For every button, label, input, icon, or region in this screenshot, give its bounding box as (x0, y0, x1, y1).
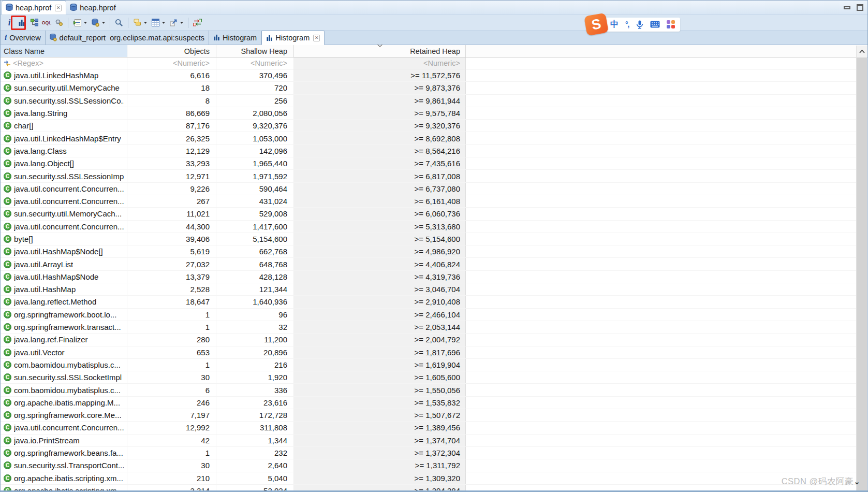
table-row[interactable]: C org.springframework.beans.fa... 1 232 … (1, 447, 856, 459)
objects-cell: 13,379 (127, 271, 216, 283)
table-row[interactable]: C sun.security.ssl.SSLSessionImpl 12,971… (1, 170, 856, 182)
export-button[interactable] (167, 17, 180, 29)
info-button[interactable]: i (3, 17, 16, 29)
class-name-text: sun.security.ssl.TransportCont... (14, 461, 124, 470)
table-row[interactable]: C java.util.concurrent.Concurren... 9,22… (1, 183, 856, 195)
chevron-down-icon[interactable] (144, 22, 147, 24)
calculator-button[interactable] (149, 17, 161, 29)
table-row[interactable]: C sun.security.ssl.TransportCont... 30 2… (1, 459, 856, 472)
sogou-logo-icon[interactable]: S (584, 13, 609, 36)
column-header-objects[interactable]: Objects (127, 45, 216, 57)
table-row[interactable]: C org.springframework.boot.lo... 1 96 >=… (1, 309, 856, 321)
table-row[interactable]: C com.baomidou.mybatisplus.c... 6 336 >=… (1, 384, 856, 396)
table-row[interactable]: C java.lang.ref.Finalizer 280 11,200 >= … (1, 334, 856, 346)
compare-button[interactable] (191, 17, 203, 29)
search-button[interactable] (113, 17, 125, 29)
shallow-heap-cell: 370,496 (216, 69, 294, 81)
table-row[interactable]: C org.springframework.transact... 1 32 >… (1, 321, 856, 334)
punctuation-icon[interactable]: °, (625, 20, 629, 28)
microphone-icon[interactable] (636, 20, 643, 29)
shallow-heap-filter-input[interactable]: <Numeric> (216, 57, 294, 69)
table-row[interactable]: C char[] 87,176 9,320,376 >= 9,320,376 (1, 120, 856, 132)
table-row[interactable]: C byte[] 39,406 5,154,600 >= 5,154,600 (1, 233, 856, 245)
retained-heap-cell: >= 9,575,784 (294, 107, 466, 119)
table-row[interactable]: C org.apache.ibatis.mapping.M... 246 23,… (1, 397, 856, 409)
tab-default-report[interactable]: default_report org.eclipse.mat.api:suspe… (46, 31, 209, 45)
table-row[interactable]: C java.util.concurrent.Concurren... 267 … (1, 195, 856, 208)
class-name-cell: C org.apache.ibatis.scripting.xm... (1, 485, 127, 490)
table-row[interactable]: C java.util.HashMap 2,528 121,344 >= 3,0… (1, 283, 856, 296)
table-row[interactable]: C java.lang.Object[] 33,293 1,965,440 >=… (1, 157, 856, 170)
tab-histogram-2[interactable]: Histogram ✕ (261, 31, 325, 45)
table-row[interactable]: C java.util.concurrent.Concurren... 12,9… (1, 422, 856, 434)
chinese-mode-icon[interactable]: 中 (610, 19, 619, 30)
editor-tab-heap-hprof-1[interactable]: heap.hprof ✕ (2, 1, 66, 15)
table-row[interactable]: C sun.security.ssl.SSLSessionCo... 8 256… (1, 95, 856, 107)
dominator-tree-button[interactable] (28, 17, 40, 29)
table-row[interactable]: C java.lang.reflect.Method 18,647 1,640,… (1, 296, 856, 308)
table-row[interactable]: C sun.security.util.MemoryCache 18 720 >… (1, 82, 856, 94)
chevron-down-icon[interactable] (102, 22, 105, 24)
table-row[interactable]: C java.util.Vector 653 20,896 >= 1,817,6… (1, 346, 856, 359)
column-header-shallow-heap[interactable]: Shallow Heap (216, 45, 294, 57)
tab-overview[interactable]: i Overview (1, 31, 46, 45)
retained-heap-cell: >= 1,535,832 (294, 397, 466, 409)
table-row[interactable]: C java.util.LinkedHashMap 6,616 370,496 … (1, 69, 856, 82)
retained-heap-cell: >= 4,319,736 (294, 271, 466, 283)
close-icon[interactable]: ✕ (55, 5, 62, 11)
scrollbar-thumb[interactable] (857, 57, 867, 490)
keyboard-icon[interactable] (650, 21, 660, 28)
table-row[interactable]: C org.springframework.core.Me... 7,197 1… (1, 409, 856, 422)
column-header-class-name[interactable]: Class Name (1, 45, 127, 57)
column-header-retained-heap[interactable]: Retained Heap (294, 45, 466, 57)
class-name-filter-input[interactable]: <Regex> (1, 57, 127, 69)
table-row[interactable]: C java.util.LinkedHashMap$Entry 26,325 1… (1, 132, 856, 144)
settings-button[interactable] (53, 17, 65, 29)
retained-heap-cell: >= 2,466,104 (294, 309, 466, 321)
table-row[interactable]: C java.util.HashMap$Node 13,379 428,128 … (1, 271, 856, 283)
shallow-heap-cell: 1,640,936 (216, 296, 294, 308)
close-icon[interactable]: ✕ (313, 35, 320, 41)
table-row[interactable]: C java.util.ArrayList 27,032 648,768 >= … (1, 258, 856, 270)
minimize-button[interactable] (844, 6, 850, 9)
maximize-button[interactable] (857, 4, 863, 11)
class-name-text: sun.security.ssl.SSLSessionImpl (14, 172, 124, 181)
objects-cell: 27,032 (127, 258, 216, 270)
table-row[interactable]: C java.io.PrintStream 42 1,344 >= 1,374,… (1, 435, 856, 447)
table-row[interactable]: C com.baomidou.mybatisplus.c... 1 216 >=… (1, 359, 856, 371)
class-name-text: java.util.HashMap (14, 285, 76, 294)
objects-filter-input[interactable]: <Numeric> (127, 57, 216, 69)
class-icon: C (4, 361, 11, 369)
class-name-text: java.lang.String (14, 109, 67, 118)
class-icon: C (4, 336, 11, 343)
shallow-heap-cell: 53,024 (216, 485, 294, 490)
vertical-scrollbar[interactable] (856, 46, 867, 490)
toolbox-grid-icon[interactable] (667, 20, 675, 28)
objects-cell: 8 (127, 95, 216, 107)
group-by-button[interactable] (131, 17, 143, 29)
table-row[interactable]: C sun.security.ssl.SSLSocketImpl 30 1,92… (1, 371, 856, 384)
class-name-text: java.util.concurrent.Concurren... (14, 184, 124, 193)
editor-tab-heap-hprof-2[interactable]: heap.hprof (66, 1, 120, 15)
window-controls (844, 4, 863, 11)
oql-button[interactable]: OQL (40, 17, 53, 29)
table-row[interactable]: C java.util.HashMap$Node[] 5,619 662,768… (1, 245, 856, 258)
table-row[interactable]: C org.apache.ibatis.scripting.xm... 3,31… (1, 485, 856, 490)
thread-overview-button[interactable] (71, 17, 83, 29)
table-row[interactable]: C java.lang.String 86,669 2,080,056 >= 9… (1, 107, 856, 120)
chevron-down-icon[interactable] (180, 22, 183, 24)
tab-histogram-1[interactable]: Histogram (209, 31, 261, 45)
retained-heap-filter-input[interactable]: <Numeric> (294, 57, 466, 69)
table-row[interactable]: C java.util.concurrent.Concurren... 44,3… (1, 221, 856, 233)
chevron-down-icon[interactable] (162, 22, 165, 24)
histogram-button[interactable] (16, 17, 28, 29)
objects-cell: 1 (127, 309, 216, 321)
scrollbar-up-button[interactable] (857, 46, 867, 57)
toolbar-separator (68, 18, 68, 28)
table-row[interactable]: C org.apache.ibatis.scripting.xm... 210 … (1, 472, 856, 485)
retained-heap-cell: >= 1,389,456 (294, 422, 466, 433)
chevron-down-icon[interactable] (84, 22, 87, 24)
table-row[interactable]: C java.lang.Class 12,129 142,096 >= 8,56… (1, 145, 856, 157)
table-row[interactable]: C sun.security.util.MemoryCach... 11,021… (1, 208, 856, 220)
run-report-button[interactable] (89, 17, 101, 29)
